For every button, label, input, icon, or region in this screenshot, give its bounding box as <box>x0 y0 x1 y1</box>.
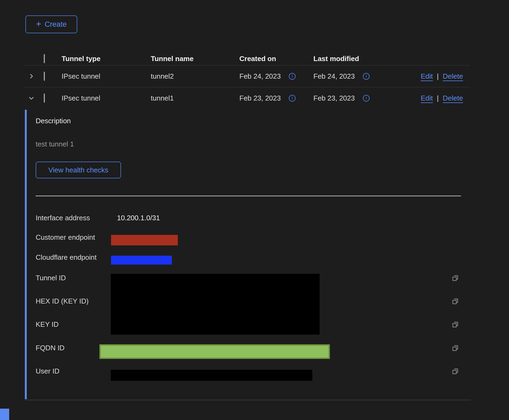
table-row-tunnel2: IPsec tunnel tunnel2 Feb 24, 2023 i Feb … <box>25 65 470 87</box>
col-header-created-on: Created on <box>239 55 313 63</box>
user-id-redacted-value <box>111 370 312 381</box>
fqdn-id-label: FQDN ID <box>36 344 65 352</box>
copy-tunnel-id-button[interactable] <box>451 274 459 282</box>
fqdn-id-redacted-value <box>99 344 330 359</box>
key-id-label: KEY ID <box>36 320 59 329</box>
view-health-checks-button[interactable]: View health checks <box>36 162 121 178</box>
tunnels-page: + Create Tunnel type Tunnel name Created… <box>0 0 509 420</box>
chevron-right-icon <box>28 73 35 79</box>
chevron-down-icon <box>28 95 35 101</box>
copy-icon <box>451 344 459 352</box>
info-icon[interactable]: i <box>289 95 296 102</box>
action-separator: | <box>437 94 439 102</box>
col-header-tunnel-type: Tunnel type <box>62 55 151 63</box>
info-icon[interactable]: i <box>363 95 370 102</box>
delete-link[interactable]: Delete <box>443 72 463 81</box>
select-all-checkbox[interactable] <box>44 54 45 63</box>
bottom-left-accent <box>0 409 9 420</box>
tunnel-detail-panel: Description test tunnel 1 View health ch… <box>25 109 471 401</box>
section-divider <box>36 196 461 196</box>
tunnel-table: Tunnel type Tunnel name Created on Last … <box>25 52 470 109</box>
plus-icon: + <box>36 19 41 28</box>
create-button[interactable]: + Create <box>25 15 77 33</box>
action-separator: | <box>437 72 439 81</box>
customer-endpoint-redacted-value <box>111 235 178 245</box>
edit-link[interactable]: Edit <box>421 72 433 81</box>
cloudflare-endpoint-redacted-value <box>111 256 172 265</box>
tunnel-id-label: Tunnel ID <box>36 274 66 282</box>
tunnel-name-cell: tunnel2 <box>151 72 239 81</box>
delete-link[interactable]: Delete <box>443 94 463 102</box>
info-icon[interactable]: i <box>363 73 370 80</box>
copy-icon <box>451 367 459 375</box>
copy-user-id-button[interactable] <box>451 367 459 375</box>
copy-key-id-button[interactable] <box>451 321 459 329</box>
tunnel-hex-key-id-redacted-values <box>111 274 320 335</box>
copy-icon <box>451 274 459 282</box>
copy-icon <box>451 297 459 305</box>
table-row-tunnel1: IPsec tunnel tunnel1 Feb 23, 2023 i Feb … <box>25 87 470 109</box>
edit-link[interactable]: Edit <box>421 94 433 102</box>
customer-endpoint-label: Customer endpoint <box>36 233 95 242</box>
tunnel-type-cell: IPsec tunnel <box>62 72 151 81</box>
created-on-cell: Feb 24, 2023 <box>239 72 281 81</box>
table-header-row: Tunnel type Tunnel name Created on Last … <box>25 52 470 65</box>
cloudflare-endpoint-label: Cloudflare endpoint <box>36 253 97 262</box>
description-label: Description <box>36 117 71 125</box>
copy-fqdn-id-button[interactable] <box>451 344 459 352</box>
last-modified-cell: Feb 23, 2023 <box>313 94 355 102</box>
tunnel-type-cell: IPsec tunnel <box>62 94 151 102</box>
col-header-last-modified: Last modified <box>313 55 416 63</box>
tunnel-name-cell: tunnel1 <box>151 94 239 102</box>
hex-id-label: HEX ID (KEY ID) <box>36 297 89 305</box>
create-button-label: Create <box>45 20 67 29</box>
row-checkbox[interactable] <box>44 94 45 103</box>
interface-address-value: 10.200.1.0/31 <box>117 214 160 222</box>
info-icon[interactable]: i <box>289 73 296 80</box>
col-header-tunnel-name: Tunnel name <box>151 55 239 63</box>
expand-toggle[interactable] <box>25 73 44 79</box>
copy-icon <box>451 321 459 329</box>
interface-address-label: Interface address <box>36 214 90 222</box>
user-id-label: User ID <box>36 367 59 375</box>
row-checkbox[interactable] <box>44 72 45 81</box>
panel-bottom-divider <box>25 400 471 400</box>
collapse-toggle[interactable] <box>25 95 44 101</box>
expanded-row-accent-bar <box>25 110 27 399</box>
created-on-cell: Feb 23, 2023 <box>239 94 281 102</box>
last-modified-cell: Feb 24, 2023 <box>313 72 355 81</box>
description-value: test tunnel 1 <box>36 140 74 148</box>
copy-hex-id-button[interactable] <box>451 297 459 305</box>
